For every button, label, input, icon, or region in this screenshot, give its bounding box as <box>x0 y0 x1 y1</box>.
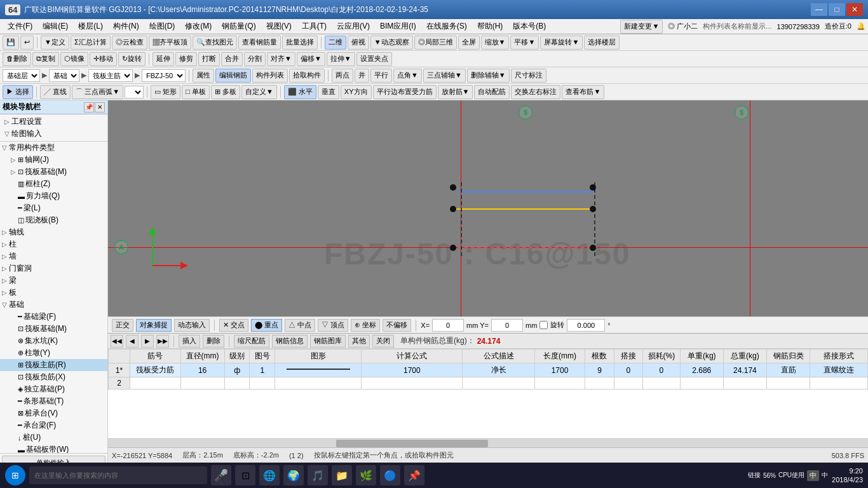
tb-split[interactable]: 分割 <box>244 52 266 66</box>
tree-beam[interactable]: ━ 梁(L) <box>0 202 107 214</box>
menu-edit[interactable]: 编辑(E) <box>37 20 73 33</box>
tree-cap-beam[interactable]: ━ 承台梁(F) <box>0 419 107 431</box>
table-row[interactable]: 1* 筏板受力筋 16 ф 1 <box>109 363 868 377</box>
tb-rect-tool[interactable]: ▭ 矩形 <box>151 85 180 99</box>
no-offset-btn[interactable]: 不偏移 <box>383 319 411 332</box>
tb-property[interactable]: 属性 <box>193 69 214 83</box>
taskbar-app6[interactable]: 🔵 <box>380 465 400 485</box>
tb-select-tool[interactable]: ▶ 选择 <box>3 85 33 99</box>
tree-column-cap[interactable]: ⊕ 柱墩(Y) <box>0 347 107 359</box>
taskbar-task-view[interactable]: ⊡ <box>235 465 255 485</box>
tree-raft2[interactable]: ⊡ 筏板基础(M) <box>0 323 107 335</box>
orthogonal-btn[interactable]: 正交 <box>112 319 133 332</box>
maximize-button[interactable]: □ <box>829 3 845 16</box>
minimize-button[interactable]: — <box>811 3 827 16</box>
tree-raft-neg[interactable]: ⊡ 筏板负筋(X) <box>0 371 107 383</box>
table-row[interactable]: 2 <box>109 377 868 390</box>
single-element-btn[interactable]: 单构件输入 <box>2 456 105 463</box>
ime-cn[interactable]: 中 <box>822 471 828 480</box>
tb-align[interactable]: 对齐▼ <box>267 52 295 66</box>
tb-parallel-btn[interactable]: 并 <box>355 69 369 83</box>
table-close[interactable]: 关闭 <box>372 335 394 348</box>
table-insert[interactable]: 插入 <box>179 335 200 348</box>
tb-three-point[interactable]: 三点辅轴▼ <box>423 69 466 83</box>
layer-select[interactable]: 基础层 <box>3 69 40 82</box>
tree-common-types[interactable]: ▽ 常用构件类型 <box>0 142 107 154</box>
tb-dynamic[interactable]: ▼动态观察 <box>370 36 413 50</box>
tb-save[interactable]: 💾 <box>3 36 19 50</box>
tb-pick-element[interactable]: 拾取构件 <box>289 69 325 83</box>
tb-2d[interactable]: 二维 <box>325 36 346 50</box>
tb-top-view[interactable]: 俯视 <box>348 36 369 50</box>
taskbar-app1[interactable]: 🌐 <box>259 465 280 485</box>
tb-select-floor[interactable]: 选择楼层 <box>584 36 620 50</box>
taskbar-app7[interactable]: 📌 <box>404 465 424 485</box>
tb-setpoint[interactable]: 设置夹点 <box>356 52 392 66</box>
rotate-checkbox[interactable] <box>539 321 548 329</box>
tb-del-aux[interactable]: 删除辅轴▼ <box>467 69 510 83</box>
nav-first[interactable]: ◀◀ <box>111 335 123 348</box>
tb-single-slab[interactable]: □ 单板 <box>182 85 210 99</box>
menu-rebar[interactable]: 钢筋量(Q) <box>217 20 261 33</box>
dynamic-input-btn[interactable]: 动态输入 <box>174 319 210 332</box>
tree-beam2[interactable]: ▷ 梁 <box>0 274 107 287</box>
tb-offset[interactable]: 偏移▼ <box>297 52 325 66</box>
tb-rotate-screen[interactable]: 屏幕旋转▼ <box>540 36 583 50</box>
menu-modify[interactable]: 修改(M) <box>180 20 217 33</box>
tb-two-point[interactable]: 两点 <box>332 69 353 83</box>
nav-prev[interactable]: ◀ <box>126 335 139 348</box>
tb-edit-rebar[interactable]: 编辑钢筋 <box>215 69 251 83</box>
tb-custom[interactable]: 自定义▼ <box>241 85 277 99</box>
tb-dimension[interactable]: 尺寸标注 <box>511 69 546 83</box>
taskbar-cortana[interactable]: 🎤 <box>211 465 231 485</box>
vertex-btn[interactable]: ▽ 顶点 <box>318 319 348 332</box>
tb-define[interactable]: ▼定义 <box>41 36 69 50</box>
new-change-btn[interactable]: 新建变更▼ <box>620 20 663 34</box>
layer2-select[interactable]: 基础 <box>49 69 79 82</box>
tb-mirror[interactable]: ⬡镜像 <box>60 52 88 66</box>
tree-foundation[interactable]: ▽ 基础 <box>0 299 107 311</box>
input-method[interactable]: 中 <box>807 470 819 481</box>
horizontal-scrollbar[interactable] <box>108 438 868 447</box>
menu-file[interactable]: 文件(F) <box>3 20 37 33</box>
menu-cloud[interactable]: 云应用(V) <box>332 20 375 33</box>
menu-help[interactable]: 帮助(H) <box>472 20 508 33</box>
menu-version[interactable]: 版本号(B) <box>508 20 551 33</box>
table-scale[interactable]: 缩尺配筋 <box>234 335 269 348</box>
tb-3d-local[interactable]: ◎局部三维 <box>414 36 457 50</box>
tb-delete[interactable]: 🗑删除 <box>3 52 31 66</box>
type-select[interactable]: 筏板主筋 <box>88 69 133 82</box>
tb-extend[interactable]: 延伸 <box>153 52 174 66</box>
taskbar-search[interactable] <box>29 466 207 484</box>
tree-pile[interactable]: ↓ 桩(U) <box>0 431 107 444</box>
nav-next[interactable]: ▶ <box>141 335 154 348</box>
tb-level[interactable]: ▦齐平板顶 <box>149 36 191 50</box>
tb-view-rebar[interactable]: 查看钢筋量 <box>238 36 281 50</box>
sidebar-close[interactable]: ✕ <box>95 102 105 112</box>
tb-radial[interactable]: 放射筋▼ <box>438 85 473 99</box>
tb-parallel2[interactable]: 平行 <box>370 69 392 83</box>
tb-view-rebar2[interactable]: 查看布筋▼ <box>562 85 604 99</box>
table-delete[interactable]: 删除 <box>203 335 224 348</box>
sidebar-item-draw-input[interactable]: ▽ 绘图输入 <box>3 128 105 140</box>
tree-shear-wall[interactable]: ▬ 剪力墙(Q) <box>0 190 107 202</box>
object-snap-btn[interactable]: 对象捕捉 <box>136 319 172 332</box>
nav-last[interactable]: ▶▶ <box>156 335 169 348</box>
tb-line-tool[interactable]: ╱ 直线 <box>40 85 71 99</box>
tb-rotate[interactable]: ↻旋转 <box>118 52 146 66</box>
tb-trim[interactable]: 修剪 <box>175 52 197 66</box>
y-input[interactable] <box>491 319 523 332</box>
tree-grid[interactable]: ▷ ⊞ 轴网(J) <box>0 154 107 166</box>
tb-copy[interactable]: ⧉复制 <box>32 52 59 66</box>
rotate-input[interactable] <box>567 319 605 332</box>
tb-find[interactable]: 🔍查找图元 <box>193 36 237 50</box>
tb-zoom[interactable]: 缩放▼ <box>481 36 510 50</box>
tb-move[interactable]: ✛移动 <box>90 52 117 66</box>
tb-vertical[interactable]: 垂直 <box>318 85 339 99</box>
draw-select[interactable] <box>125 86 144 98</box>
tb-cloud-check[interactable]: ◎云检查 <box>112 36 147 50</box>
tree-cast-slab[interactable]: ◫ 现浇板(B) <box>0 214 107 226</box>
tb-xy-dir[interactable]: XY方向 <box>341 85 372 99</box>
tree-column[interactable]: ▥ 框柱(Z) <box>0 178 107 190</box>
endpoint-btn[interactable]: ⬤ 重点 <box>251 319 282 332</box>
